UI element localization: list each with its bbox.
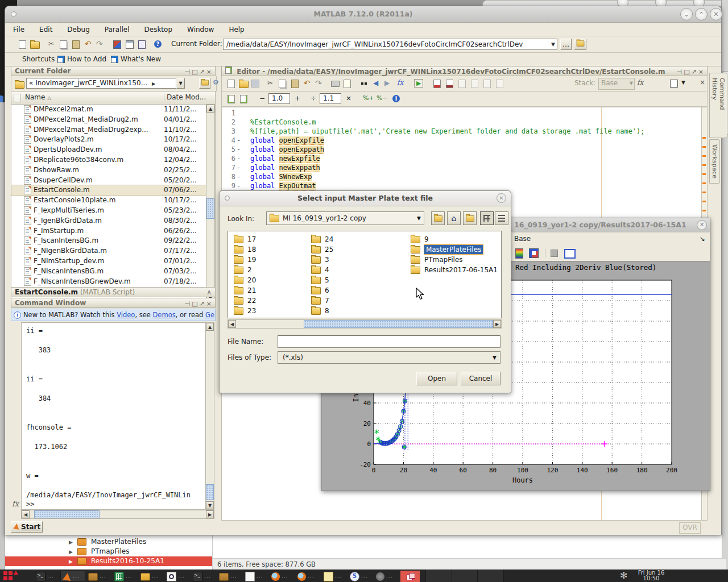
exec-mark[interactable]: - xyxy=(237,181,242,190)
fx-insert-icon[interactable]: fx xyxy=(397,78,403,86)
guide-icon[interactable] xyxy=(126,40,134,49)
insert-panel-icon[interactable] xyxy=(564,249,576,259)
demos-link[interactable]: Demos xyxy=(153,311,176,319)
taskbar-item-terminal[interactable]: ... xyxy=(34,571,59,582)
file-row[interactable]: F_NIgenBkGrdData.m07/17/2... xyxy=(11,246,206,256)
divide-icon[interactable]: ÷ xyxy=(311,94,316,102)
taskbar-item-circle5[interactable]: ... xyxy=(348,571,373,582)
collapse-icon[interactable]: ∧ xyxy=(206,288,212,297)
dialog-folder-item[interactable]: 9 xyxy=(411,234,502,244)
dialog-folder-item[interactable]: 5 xyxy=(311,275,408,285)
code-line[interactable]: 4-global openExpfile xyxy=(223,136,701,145)
dialog-folder-item[interactable]: 2 xyxy=(234,265,308,275)
dialog-close-button[interactable]: ✕ xyxy=(497,193,506,203)
exec-mark[interactable]: - xyxy=(237,136,242,145)
editor-header[interactable]: Editor - /media/data/EASY/InovImager_jwr… xyxy=(221,66,708,76)
path-dropdown-icon[interactable]: ▼ xyxy=(551,39,555,49)
code-line[interactable]: 9-global ExpOutmat xyxy=(223,181,701,190)
undock-icon[interactable]: ↗ xyxy=(200,68,206,76)
print-preview-icon[interactable] xyxy=(344,80,351,88)
percent-remove-icon[interactable]: %− xyxy=(377,94,388,102)
dialog-hscrollbar[interactable]: ◀ ▶ xyxy=(228,319,502,329)
undo-icon[interactable]: ↶ xyxy=(85,39,92,48)
cut-icon[interactable]: ✂ xyxy=(267,79,273,87)
dialog-folder-item[interactable]: 23 xyxy=(234,306,308,316)
dialog-folder-item[interactable]: 17 xyxy=(234,234,308,244)
cw-prompt-line[interactable]: >> xyxy=(26,500,34,508)
file-row[interactable]: DshowRaw.m02/25/2... xyxy=(11,165,206,176)
file-row[interactable]: DMPexcel2mat_MediaDrug2exp...11/10/2... xyxy=(11,125,206,135)
undock-icon[interactable]: ↗ xyxy=(692,68,698,76)
cw-vscrollbar[interactable]: ▲ ▼ xyxy=(205,322,214,510)
taskbar-item-textdoc[interactable]: ... xyxy=(322,571,347,582)
stack-fx-icon[interactable]: fx xyxy=(637,78,643,86)
dialog-titlebar[interactable]: Select input Master Plate text file ✕ xyxy=(220,191,511,206)
next-cell-icon[interactable] xyxy=(240,95,247,103)
expand-icon[interactable]: ▶ xyxy=(69,547,73,557)
code-area[interactable]: 12%EstartConsole.m3%[file,path] = uiputf… xyxy=(223,109,701,190)
dialog-file-list[interactable]: 171819220212223 2425345678 9MasterPlateF… xyxy=(228,231,502,318)
maximize-icon[interactable]: □ xyxy=(192,68,199,76)
file-row[interactable]: F_IscanIntensBG.m09/22/2... xyxy=(11,236,206,246)
copy-icon[interactable] xyxy=(279,80,286,88)
run-icon[interactable]: ▶ xyxy=(414,79,423,88)
step-in-icon[interactable] xyxy=(471,80,478,88)
tab-workspace[interactable]: Workspace xyxy=(709,139,720,184)
dialog-folder-item[interactable]: Results2017-06-15A1 xyxy=(411,265,502,275)
dropdown-icon[interactable]: ▼ xyxy=(493,352,497,363)
up-folder-button[interactable] xyxy=(574,39,586,50)
cw-hscrollbar[interactable]: ◀ ▶ xyxy=(21,510,214,519)
start-button[interactable]: Start xyxy=(11,521,43,533)
scroll-down-icon[interactable]: ▼ xyxy=(206,501,214,509)
open-file-icon[interactable] xyxy=(30,41,40,49)
menu-debug[interactable]: Debug xyxy=(67,26,89,34)
percent-add-icon[interactable]: %+ xyxy=(363,94,374,102)
dialog-folder-item[interactable]: MasterPlateFiles xyxy=(411,244,502,255)
menu-file[interactable]: File xyxy=(13,26,24,34)
type-column-icon[interactable] xyxy=(14,94,21,102)
taskbar-item-find[interactable]: ... xyxy=(165,571,190,582)
undo-icon[interactable]: ↶ xyxy=(304,78,311,88)
redo-icon[interactable]: ↷ xyxy=(315,78,322,88)
tab-command-history[interactable]: Command History xyxy=(709,73,727,138)
file-row[interactable]: EstartConsole10plate.m10/17/2... xyxy=(11,196,206,206)
breadcrumb[interactable]: « InovImager_jwrCF_WINLinx150... xyxy=(29,79,147,87)
taskbar-item-screenshot[interactable] xyxy=(400,571,420,582)
dialog-home-button[interactable]: ⌂ xyxy=(447,211,461,225)
scroll-left-icon[interactable]: ◀ xyxy=(22,510,30,518)
edit-plot-icon[interactable] xyxy=(551,250,558,257)
open-icon[interactable] xyxy=(239,81,249,88)
whatsnew-icon[interactable] xyxy=(111,56,118,63)
dock-arrow-icon[interactable]: ↘ xyxy=(700,232,705,245)
list-view-button[interactable] xyxy=(495,211,508,225)
dialog-up-folder-button[interactable] xyxy=(431,211,445,225)
print-icon[interactable] xyxy=(331,81,340,87)
breadcrumb-next-icon[interactable]: ▶ xyxy=(152,81,155,86)
new-file-icon[interactable] xyxy=(19,40,26,49)
find-icon[interactable] xyxy=(361,81,367,86)
close-button[interactable]: ✕ xyxy=(697,220,707,230)
taskbar-item-folder[interactable]: ... xyxy=(217,571,242,582)
cf-scroll-thumb[interactable] xyxy=(206,198,214,219)
doc-view-icon[interactable] xyxy=(670,80,678,88)
dialog-folder-item[interactable]: 18 xyxy=(234,244,308,255)
lint-mark[interactable] xyxy=(702,182,706,184)
new-icon[interactable] xyxy=(228,80,235,88)
files-of-type-combo[interactable]: (*.xls) ▼ xyxy=(278,351,500,364)
dialog-new-folder-button[interactable] xyxy=(463,211,477,225)
dialog-folder-item[interactable]: 21 xyxy=(234,285,308,296)
cw-scroll-thumb[interactable] xyxy=(206,484,214,500)
fm-tree-row[interactable]: ▶MasterPlateFiles xyxy=(5,537,212,547)
menu-help[interactable]: Help xyxy=(229,26,244,34)
menu-window[interactable]: Window xyxy=(187,26,214,34)
dialog-folder-item[interactable]: 3 xyxy=(311,255,408,265)
expand-icon[interactable]: ▶ xyxy=(69,557,73,567)
cw-content[interactable]: ii = 383 ii = 384 fhconsole = 173.1062 w… xyxy=(21,322,206,510)
simulink-icon[interactable] xyxy=(113,40,121,49)
undock-icon[interactable]: ↗ xyxy=(200,300,206,307)
code-line[interactable]: 3%[file,path] = uiputfile('.mat','Create… xyxy=(223,127,701,136)
dialog-folder-item[interactable]: 4 xyxy=(311,265,408,275)
clear-breakpoints-icon[interactable] xyxy=(446,80,453,88)
cw-hscroll-thumb[interactable] xyxy=(34,510,100,518)
scroll-left-icon[interactable]: ◀ xyxy=(228,320,236,328)
